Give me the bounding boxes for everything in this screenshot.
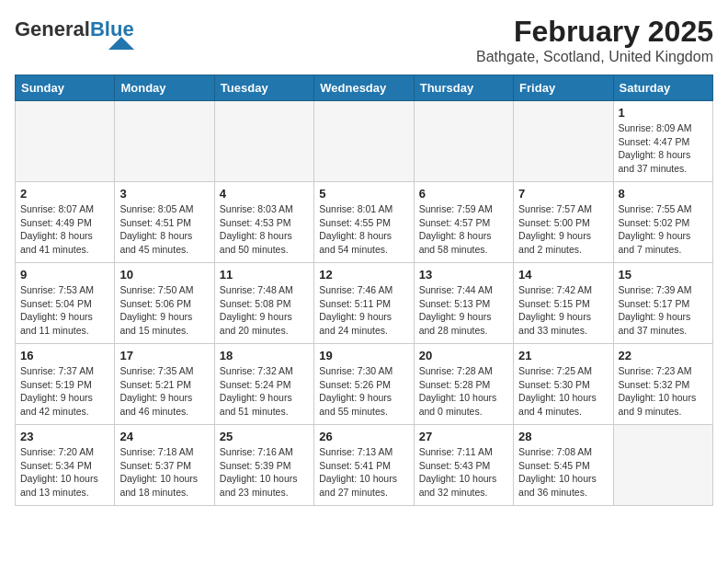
- calendar-cell: 17Sunrise: 7:35 AM Sunset: 5:21 PM Dayli…: [115, 344, 214, 425]
- calendar-cell: 26Sunrise: 7:13 AM Sunset: 5:41 PM Dayli…: [314, 425, 414, 506]
- weekday-header-thursday: Thursday: [414, 75, 513, 101]
- day-info: Sunrise: 7:55 AM Sunset: 5:02 PM Dayligh…: [619, 202, 708, 257]
- week-row-4: 16Sunrise: 7:37 AM Sunset: 5:19 PM Dayli…: [16, 344, 713, 425]
- logo-general-text: General: [15, 17, 90, 40]
- calendar-cell: 11Sunrise: 7:48 AM Sunset: 5:08 PM Dayli…: [214, 263, 313, 344]
- day-info: Sunrise: 7:37 AM Sunset: 5:19 PM Dayligh…: [20, 364, 109, 419]
- day-number: 20: [419, 349, 508, 362]
- logo-icon: [108, 37, 134, 50]
- weekday-header-row: SundayMondayTuesdayWednesdayThursdayFrid…: [16, 75, 713, 101]
- day-number: 6: [419, 187, 508, 201]
- day-number: 13: [419, 268, 508, 282]
- calendar-cell: [414, 101, 513, 182]
- day-number: 27: [419, 430, 508, 443]
- calendar-cell: [613, 425, 712, 506]
- day-info: Sunrise: 7:35 AM Sunset: 5:21 PM Dayligh…: [119, 364, 209, 419]
- day-number: 10: [119, 268, 209, 282]
- calendar-table: SundayMondayTuesdayWednesdayThursdayFrid…: [15, 75, 713, 506]
- calendar-cell: 5Sunrise: 8:01 AM Sunset: 4:55 PM Daylig…: [314, 182, 414, 263]
- calendar-cell: [16, 101, 115, 182]
- day-info: Sunrise: 8:05 AM Sunset: 4:51 PM Dayligh…: [119, 202, 209, 257]
- calendar-cell: 15Sunrise: 7:39 AM Sunset: 5:17 PM Dayli…: [613, 263, 712, 344]
- day-number: 28: [518, 430, 608, 443]
- calendar-cell: 28Sunrise: 7:08 AM Sunset: 5:45 PM Dayli…: [514, 425, 613, 506]
- calendar-cell: 16Sunrise: 7:37 AM Sunset: 5:19 PM Dayli…: [16, 344, 115, 425]
- week-row-2: 2Sunrise: 8:07 AM Sunset: 4:49 PM Daylig…: [16, 182, 713, 263]
- day-info: Sunrise: 7:53 AM Sunset: 5:04 PM Dayligh…: [20, 283, 109, 338]
- day-number: 1: [619, 106, 708, 120]
- week-row-5: 23Sunrise: 7:20 AM Sunset: 5:34 PM Dayli…: [16, 425, 713, 506]
- day-info: Sunrise: 7:08 AM Sunset: 5:45 PM Dayligh…: [518, 445, 608, 500]
- day-number: 14: [518, 268, 608, 282]
- page-header: GeneralBlue February 2025 Bathgate, Scot…: [15, 15, 713, 65]
- calendar-cell: 1Sunrise: 8:09 AM Sunset: 4:47 PM Daylig…: [613, 101, 712, 182]
- day-number: 7: [518, 187, 608, 201]
- day-info: Sunrise: 8:03 AM Sunset: 4:53 PM Dayligh…: [220, 202, 309, 257]
- weekday-header-wednesday: Wednesday: [314, 75, 414, 101]
- day-number: 2: [20, 187, 109, 201]
- day-info: Sunrise: 8:01 AM Sunset: 4:55 PM Dayligh…: [319, 202, 408, 257]
- calendar-cell: 8Sunrise: 7:55 AM Sunset: 5:02 PM Daylig…: [613, 182, 712, 263]
- day-number: 19: [319, 349, 408, 362]
- calendar-cell: 18Sunrise: 7:32 AM Sunset: 5:24 PM Dayli…: [214, 344, 313, 425]
- svg-marker-0: [108, 37, 134, 50]
- day-info: Sunrise: 7:30 AM Sunset: 5:26 PM Dayligh…: [319, 364, 408, 419]
- day-number: 9: [20, 268, 109, 282]
- day-number: 26: [319, 430, 408, 443]
- day-number: 11: [220, 268, 309, 282]
- weekday-header-tuesday: Tuesday: [214, 75, 313, 101]
- weekday-header-sunday: Sunday: [16, 75, 115, 101]
- calendar-cell: 2Sunrise: 8:07 AM Sunset: 4:49 PM Daylig…: [16, 182, 115, 263]
- calendar-cell: 21Sunrise: 7:25 AM Sunset: 5:30 PM Dayli…: [514, 344, 613, 425]
- day-info: Sunrise: 7:23 AM Sunset: 5:32 PM Dayligh…: [619, 364, 708, 419]
- calendar-cell: [214, 101, 313, 182]
- calendar-cell: 23Sunrise: 7:20 AM Sunset: 5:34 PM Dayli…: [16, 425, 115, 506]
- calendar-cell: 19Sunrise: 7:30 AM Sunset: 5:26 PM Dayli…: [314, 344, 414, 425]
- day-info: Sunrise: 7:57 AM Sunset: 5:00 PM Dayligh…: [518, 202, 608, 257]
- calendar-cell: 10Sunrise: 7:50 AM Sunset: 5:06 PM Dayli…: [115, 263, 214, 344]
- weekday-header-friday: Friday: [514, 75, 613, 101]
- day-number: 17: [119, 349, 209, 362]
- calendar-cell: 24Sunrise: 7:18 AM Sunset: 5:37 PM Dayli…: [115, 425, 214, 506]
- logo: GeneralBlue: [15, 18, 134, 50]
- weekday-header-saturday: Saturday: [613, 75, 712, 101]
- day-number: 24: [119, 430, 209, 443]
- day-info: Sunrise: 7:18 AM Sunset: 5:37 PM Dayligh…: [119, 445, 209, 500]
- week-row-1: 1Sunrise: 8:09 AM Sunset: 4:47 PM Daylig…: [16, 101, 713, 182]
- day-number: 16: [20, 349, 109, 362]
- day-number: 8: [619, 187, 708, 201]
- day-number: 12: [319, 268, 408, 282]
- day-info: Sunrise: 7:25 AM Sunset: 5:30 PM Dayligh…: [518, 364, 608, 419]
- day-number: 18: [220, 349, 309, 362]
- calendar-cell: 13Sunrise: 7:44 AM Sunset: 5:13 PM Dayli…: [414, 263, 513, 344]
- day-info: Sunrise: 7:20 AM Sunset: 5:34 PM Dayligh…: [20, 445, 109, 500]
- calendar-cell: [314, 101, 414, 182]
- day-info: Sunrise: 7:13 AM Sunset: 5:41 PM Dayligh…: [319, 445, 408, 500]
- day-info: Sunrise: 7:59 AM Sunset: 4:57 PM Dayligh…: [419, 202, 508, 257]
- calendar-cell: 6Sunrise: 7:59 AM Sunset: 4:57 PM Daylig…: [414, 182, 513, 263]
- calendar-cell: 7Sunrise: 7:57 AM Sunset: 5:00 PM Daylig…: [514, 182, 613, 263]
- day-number: 25: [220, 430, 309, 443]
- page-subtitle: Bathgate, Scotland, United Kingdom: [476, 49, 713, 65]
- calendar-cell: 25Sunrise: 7:16 AM Sunset: 5:39 PM Dayli…: [214, 425, 313, 506]
- calendar-cell: 14Sunrise: 7:42 AM Sunset: 5:15 PM Dayli…: [514, 263, 613, 344]
- calendar-cell: 12Sunrise: 7:46 AM Sunset: 5:11 PM Dayli…: [314, 263, 414, 344]
- day-info: Sunrise: 7:16 AM Sunset: 5:39 PM Dayligh…: [220, 445, 309, 500]
- day-info: Sunrise: 7:50 AM Sunset: 5:06 PM Dayligh…: [119, 283, 209, 338]
- day-number: 22: [619, 349, 708, 362]
- day-info: Sunrise: 8:09 AM Sunset: 4:47 PM Dayligh…: [619, 121, 708, 176]
- week-row-3: 9Sunrise: 7:53 AM Sunset: 5:04 PM Daylig…: [16, 263, 713, 344]
- day-info: Sunrise: 7:46 AM Sunset: 5:11 PM Dayligh…: [319, 283, 408, 338]
- day-number: 4: [220, 187, 309, 201]
- weekday-header-monday: Monday: [115, 75, 214, 101]
- day-number: 3: [119, 187, 209, 201]
- day-number: 23: [20, 430, 109, 443]
- day-info: Sunrise: 7:28 AM Sunset: 5:28 PM Dayligh…: [419, 364, 508, 419]
- day-number: 21: [518, 349, 608, 362]
- calendar-cell: 3Sunrise: 8:05 AM Sunset: 4:51 PM Daylig…: [115, 182, 214, 263]
- title-block: February 2025 Bathgate, Scotland, United…: [476, 15, 713, 65]
- calendar-cell: [115, 101, 214, 182]
- day-number: 5: [319, 187, 408, 201]
- day-info: Sunrise: 7:32 AM Sunset: 5:24 PM Dayligh…: [220, 364, 309, 419]
- page-title: February 2025: [476, 15, 713, 49]
